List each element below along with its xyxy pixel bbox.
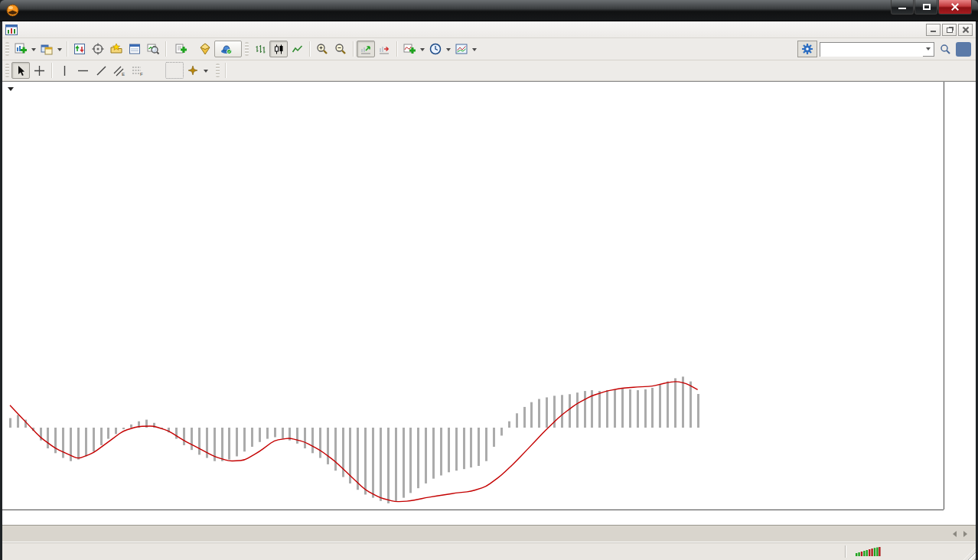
- vertical-line-icon: [59, 65, 70, 77]
- symbol-dropdown-icon[interactable]: [8, 87, 14, 94]
- arrows-tool-dropdown[interactable]: [202, 62, 210, 79]
- toolbar-grip[interactable]: [216, 63, 220, 77]
- periods-icon: [429, 43, 442, 55]
- equidistant-channel-icon: E: [113, 65, 126, 77]
- metaeditor-button[interactable]: [196, 41, 214, 57]
- chart-candles-icon: [273, 44, 285, 55]
- toolbar-separator: [309, 41, 310, 57]
- chart-bars-button[interactable]: [251, 41, 269, 57]
- search-button[interactable]: [937, 41, 954, 57]
- arrows-tool-button[interactable]: [184, 62, 202, 79]
- mdi-restore-button[interactable]: [942, 24, 957, 36]
- minimize-button[interactable]: [891, 0, 914, 15]
- svg-text:E: E: [122, 72, 125, 77]
- toolbar-grip[interactable]: [5, 63, 9, 77]
- text-tool-button[interactable]: [147, 62, 165, 79]
- menu-bar: [2, 21, 976, 38]
- fibonacci-tool-button[interactable]: F: [129, 62, 147, 79]
- minimize-icon: [898, 8, 906, 9]
- chart-shift-button[interactable]: [375, 41, 393, 57]
- data-window-button[interactable]: [89, 41, 107, 57]
- search-box: [820, 42, 934, 57]
- chart-candles-button[interactable]: [269, 41, 288, 57]
- toolbar-separator: [225, 63, 226, 78]
- channel-tool-button[interactable]: E: [110, 62, 129, 79]
- crosshair-tool-button[interactable]: [30, 62, 48, 79]
- indicators-button[interactable]: [400, 41, 419, 57]
- templates-dropdown[interactable]: [471, 41, 478, 57]
- terminal-button[interactable]: [126, 41, 144, 57]
- terminal-icon: [129, 43, 141, 55]
- expert-advisors-button[interactable]: [214, 41, 242, 57]
- search-input[interactable]: [820, 44, 923, 57]
- chart-line-button[interactable]: [288, 41, 306, 57]
- periods-dropdown[interactable]: [445, 41, 452, 57]
- crosshair-icon: [34, 65, 45, 77]
- fibonacci-icon: F: [132, 65, 144, 77]
- mdi-minimize-button[interactable]: [926, 24, 941, 36]
- price-axis[interactable]: [944, 82, 976, 510]
- periods-button[interactable]: [426, 41, 445, 57]
- market-watch-button[interactable]: [70, 41, 89, 57]
- mdi-restore-icon: [947, 28, 953, 33]
- strategy-tester-button[interactable]: [144, 41, 162, 57]
- horizontal-line-icon: [77, 65, 89, 77]
- profiles-dropdown[interactable]: [56, 41, 64, 57]
- indicators-icon: [403, 43, 416, 55]
- strategy-tester-icon: [147, 43, 159, 55]
- profiles-icon: [41, 43, 53, 55]
- navigator-icon: [110, 43, 122, 55]
- tabs-scroll-left-button[interactable]: [947, 528, 959, 539]
- settings-button[interactable]: [797, 41, 817, 57]
- toolbar-grip[interactable]: [245, 42, 249, 56]
- scroll-left-icon: [950, 531, 957, 537]
- chart-canvas[interactable]: [4, 83, 942, 509]
- date-axis[interactable]: [2, 510, 944, 525]
- new-chart-dropdown[interactable]: [30, 41, 37, 57]
- mt4-logo-icon: [6, 4, 19, 17]
- toolbar-separator: [51, 63, 52, 78]
- chart-window-icon: [5, 24, 18, 35]
- standard-toolbar: [2, 38, 976, 60]
- chart-tabs-bar: [2, 525, 976, 542]
- new-chart-button[interactable]: [11, 41, 30, 57]
- auto-scroll-button[interactable]: [357, 41, 375, 57]
- toolbar-separator: [396, 41, 397, 57]
- data-window-icon: [92, 43, 104, 55]
- zoom-in-button[interactable]: [313, 41, 331, 57]
- profiles-button[interactable]: [37, 41, 56, 57]
- toolbar-separator: [353, 41, 354, 57]
- mdi-close-button[interactable]: [958, 24, 973, 36]
- chart-shift-icon: [378, 44, 390, 55]
- community-button[interactable]: [956, 42, 971, 57]
- scroll-right-icon: [963, 531, 970, 537]
- navigator-button[interactable]: [107, 41, 126, 57]
- vertical-line-tool-button[interactable]: [55, 62, 73, 79]
- zoom-out-button[interactable]: [331, 41, 350, 57]
- horizontal-line-tool-button[interactable]: [73, 62, 92, 79]
- status-bar: [2, 542, 976, 560]
- indicators-dropdown[interactable]: [419, 41, 426, 57]
- toolbar-grip[interactable]: [5, 42, 9, 56]
- templates-button[interactable]: [452, 41, 471, 57]
- mdi-minimize-icon: [931, 31, 936, 32]
- cursor-icon: [16, 65, 26, 77]
- tabs-scroll-right-button[interactable]: [960, 528, 973, 539]
- zoom-out-icon: [334, 43, 347, 55]
- new-order-icon: [175, 44, 187, 55]
- close-button[interactable]: [938, 0, 972, 15]
- text-label-tool-button[interactable]: [165, 62, 184, 79]
- chart-bars-icon: [255, 44, 266, 55]
- search-dropdown[interactable]: [923, 43, 934, 56]
- new-order-button[interactable]: [169, 41, 196, 57]
- chart-line-icon: [292, 44, 303, 55]
- toolbar-separator: [165, 41, 166, 57]
- drawing-toolbar: E F: [2, 60, 976, 81]
- auto-scroll-icon: [360, 44, 372, 55]
- zoom-in-icon: [316, 43, 328, 55]
- trendline-tool-button[interactable]: [92, 62, 110, 79]
- templates-icon: [455, 44, 468, 54]
- cursor-tool-button[interactable]: [11, 62, 30, 79]
- connection-bars-icon: [855, 546, 881, 557]
- maximize-button[interactable]: [914, 0, 937, 15]
